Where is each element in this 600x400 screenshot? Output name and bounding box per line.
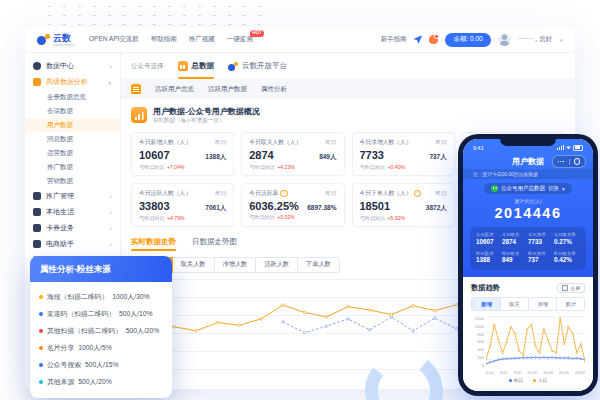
platform-logo-icon <box>228 62 238 71</box>
y-tick: 600 <box>477 339 484 344</box>
list-icon <box>131 84 141 94</box>
phone-screen: 9:41 用户数据 注：统计今日00:00到当前数据 公众号用户总数据 <box>463 139 593 391</box>
trend-tab[interactable]: 累计 <box>556 298 584 310</box>
metric-pill[interactable]: 净增人数 <box>214 257 257 273</box>
announcement-icon[interactable] <box>413 35 422 44</box>
account-name: 公众号用户总数据 <box>501 185 545 192</box>
trend-tab[interactable]: 新增 <box>472 298 500 310</box>
legend-dot-icon <box>39 295 43 299</box>
info-icon[interactable]: i <box>280 190 288 198</box>
trend-tab[interactable]: 取关 <box>500 298 528 310</box>
phone-stat-cell: 今日取关 2874 <box>502 232 528 246</box>
miniprogram-capsule[interactable] <box>552 155 586 168</box>
fan-source-label: 海报（扫描二维码） <box>47 292 108 302</box>
nav-link[interactable]: OPEN API交流群 <box>89 35 139 44</box>
switch-label[interactable]: 切换 <box>548 185 559 192</box>
fan-source-label: 其他扫描（扫描二维码） <box>47 326 122 336</box>
sidebar-subitem[interactable]: 全景数据总览 <box>25 90 120 104</box>
y-axis-ticks: 120010008006004002000 <box>471 316 486 368</box>
card-subtitle: 实时数据（每小时更新一次） <box>153 117 260 124</box>
sidebar-item[interactable]: 电商助手 › <box>25 236 120 252</box>
metric-pill[interactable]: 下单人数 <box>297 257 340 273</box>
stat-prev-value: 7061人 <box>205 204 226 213</box>
info-icon[interactable]: i <box>414 190 422 198</box>
x-tick: 16:00 <box>543 370 553 375</box>
more-icon[interactable] <box>558 161 564 162</box>
chevron-right-icon: › <box>110 193 112 199</box>
nav-link[interactable]: 推广视频 <box>189 35 215 44</box>
sidebar-item[interactable]: 卡券业务 › <box>25 220 120 236</box>
fullscreen-icon <box>562 285 569 292</box>
popover-title: 属性分析-粉丝来源 <box>30 256 172 282</box>
account-switcher[interactable]: 公众号用户总数据 切换 ▾ <box>484 183 572 194</box>
fan-source-item: 海报（扫描二维码） 1000人/30% <box>39 288 163 305</box>
phone-navbar: 用户数据 <box>463 154 593 169</box>
sidebar-subitem[interactable]: 消息数据 <box>25 132 120 146</box>
tab-daily-trend[interactable]: 日数据走势图 <box>192 237 237 251</box>
stat-compare: 与昨日对比+7.04% <box>139 164 226 171</box>
guide-link[interactable]: 新手指南 <box>380 35 406 44</box>
sidebar-item-icon <box>33 224 41 232</box>
phone-stat-value: 849 <box>502 256 528 264</box>
stat-card: 今日活跃人数（人） 昨日 33803 7061人 与昨日对比+4.79% <box>131 183 234 227</box>
sidebar-subitem[interactable]: 用户数据 <box>25 118 120 132</box>
hot-badge: HOT <box>250 30 264 37</box>
trend-section-title: 数据趋势 <box>471 283 500 293</box>
user-menu[interactable]: ·······，您好 <box>518 35 553 44</box>
subtab-active-user-overview[interactable]: 活跃用户总览 <box>155 85 194 94</box>
sidebar-item[interactable]: 推广管理 › <box>25 188 120 204</box>
sidebar-subitem[interactable]: 运营数据 <box>25 146 120 160</box>
status-icons <box>557 145 583 151</box>
phone-stats-grid: 今日新增 10607 今日取关 2874 今日净增 7733 今日取关 <box>470 227 586 270</box>
chevron-right-icon: › <box>110 241 112 247</box>
subtab-attribute-analysis[interactable]: 属性分析 <box>261 85 287 94</box>
sidebar-item-data-center[interactable]: 数据中心 › <box>25 58 120 74</box>
phone-stat-cell: 今日净增 7733 <box>528 232 554 246</box>
phone-stat-value: 0.27% <box>554 238 580 246</box>
notification-bell-icon[interactable] <box>429 35 438 44</box>
avatar[interactable] <box>498 33 511 46</box>
stat-value: 2874 <box>249 149 273 161</box>
metric-pill[interactable]: 活跃人数 <box>255 257 298 273</box>
phone-page-title: 用户数据 <box>512 156 544 167</box>
legend-dot-icon <box>39 346 43 350</box>
fullscreen-button[interactable]: 全屏 <box>557 283 585 294</box>
phone-stat-cell: 昨日取关 849 <box>502 251 528 265</box>
nav-link[interactable]: 一键监测HOT <box>227 35 253 44</box>
card-title: 用户数据-公众号用户数据概况 <box>153 107 260 117</box>
attribute-analysis-popover: 属性分析-粉丝来源 海报（扫描二维码） 1000人/30% 渠道码（扫描二维码）… <box>30 256 172 398</box>
sidebar-subitem[interactable]: 营销数据 <box>25 174 120 188</box>
stat-value: 10607 <box>139 149 170 161</box>
tab-total-data[interactable]: 总数据 <box>178 53 215 79</box>
sidebar-item[interactable]: 本地生活 › <box>25 204 120 220</box>
tab-open-platform[interactable]: 云数开放平台 <box>228 53 287 79</box>
stat-compare-value: +4.23% <box>277 164 295 170</box>
sidebar-item-icon <box>33 240 41 248</box>
fan-source-value: 500人/10% <box>119 309 153 319</box>
stat-card: 今日下单人数（人）i 昨日 18501 3872人 与昨日对比+5.92% <box>352 183 455 227</box>
metric-pill[interactable]: 取关人数 <box>172 257 215 273</box>
subtab-active-user-data[interactable]: 活跃用户数据 <box>208 85 247 94</box>
stat-card: 今日活跃率i 昨日 6036.25% 6897.38% 与昨日对比+0.02% <box>241 183 344 227</box>
account-selector-label: 公众号选择 <box>131 62 164 71</box>
x-tick: 12:00 <box>527 370 537 375</box>
stat-title: 今日下单人数（人）i <box>360 189 422 198</box>
stat-compare: 与昨日对比+0.40% <box>360 164 447 171</box>
phone-stat-cell: 今日新增 10607 <box>476 232 502 246</box>
chevron-down-icon: ∨ <box>559 37 563 43</box>
sidebar-subitem[interactable]: 会话数据 <box>25 104 120 118</box>
stat-prev-value: 849人 <box>319 153 336 162</box>
nav-link[interactable]: 帮助指南 <box>151 35 177 44</box>
subtab-bar: 活跃用户总览 活跃用户数据 属性分析 <box>121 79 575 99</box>
sidebar-item-advanced-analysis[interactable]: 高级数据分析 ∧ <box>25 74 120 90</box>
close-circle-icon[interactable] <box>574 158 581 165</box>
chart-legend: 昨日 今日 <box>471 378 585 383</box>
trend-tab[interactable]: 净增 <box>528 298 556 310</box>
tab-realtime-trend[interactable]: 实时数据走势 <box>131 237 176 251</box>
balance-button[interactable]: 余额: 0.00 <box>445 33 490 47</box>
x-tick: 8:00 <box>513 370 521 375</box>
fan-source-value: 500人/15% <box>85 360 119 370</box>
sidebar-subitem[interactable]: 推广数据 <box>25 160 120 174</box>
stat-prev-label: 昨日 <box>326 139 337 146</box>
decor-dot-grid <box>42 2 272 30</box>
